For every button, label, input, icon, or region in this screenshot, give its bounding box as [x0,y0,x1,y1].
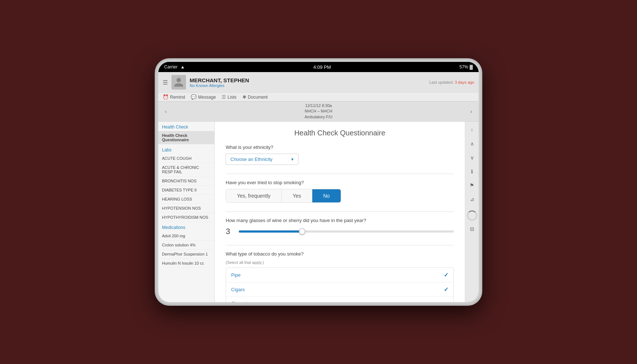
tobacco-cigarettes-label: Cigarettes [231,301,253,302]
tobacco-pipe-check: ✓ [444,272,448,278]
nav-next[interactable]: › [468,108,474,115]
loading-spinner [467,210,477,221]
sidebar-item-diabetes[interactable]: DIABETES TYPE II [158,186,214,195]
nav-row: ‹ 12/11/12 8:30a NHCH – NHCH Ambulatory … [158,102,479,122]
header-actions: ⏰ Remind 💬 Message ☰ Lists ✱ Document [158,92,479,101]
tobacco-cigars-check: ✓ [444,286,448,293]
scroll-down-button[interactable]: ∨ [467,152,478,163]
nav-date: 12/11/12 8:30a [305,103,332,108]
battery-label: 57% [459,64,468,70]
wifi-icon: ▲ [181,64,185,70]
wine-glasses-label: How many glasses of wine or sherry did y… [226,218,454,223]
main-content: Health Check Questionnaire What is your … [215,122,465,302]
divider-2 [226,211,454,212]
lists-label: Lists [228,95,237,100]
sidebar-item-hypotension[interactable]: HYPOTENSION NOS [158,204,214,213]
sidebar-item-acute-cough[interactable]: ACUTE COUGH [158,154,214,163]
clock: 4:09 PM [313,64,331,70]
tobacco-pipe-item[interactable]: Pipe ✓ [226,268,454,282]
sidebar-section-health-check: Health Check [158,122,214,131]
tobacco-label: What type of tobacco do you smoke? [226,251,454,257]
slider-value: 3 [226,227,234,236]
tobacco-cigars-item[interactable]: Cigars ✓ [226,282,454,297]
last-updated: Last updated: 3 days ago [429,80,474,84]
print-button[interactable]: ⊟ [467,223,478,234]
sidebar-item-dermaphor[interactable]: DermaPhor Suspension 1 [158,250,214,259]
question-wine-glasses: How many glasses of wine or sherry did y… [226,218,454,236]
sidebar-item-advil[interactable]: Advil 200 mg [158,232,214,241]
sidebar-section-medications: Medications [158,222,214,232]
carrier-label: Carrier [164,64,178,70]
page-title: Health Check Questionnaire [226,129,454,137]
ethnicity-placeholder: Choose an Ethnicity [230,157,273,162]
tobacco-pipe-label: Pipe [231,272,241,278]
sidebar-item-acute-chronic[interactable]: ACUTE & CHRONIC RESP FAIL [158,163,214,177]
sidebar-item-crolon[interactable]: Crolon solution 4% [158,241,214,250]
document-icon: ✱ [242,94,246,100]
divider-1 [226,174,454,174]
tobacco-cigarettes-item[interactable]: Cigarettes [226,297,454,302]
wine-slider[interactable] [239,230,454,233]
bookmark-button[interactable]: ⊿ [467,194,478,205]
message-label: Message [198,95,216,100]
sidebar-item-bronchitis[interactable]: BRONCHITIS NOS [158,177,214,186]
remind-button[interactable]: ⏰ Remind [163,94,185,100]
patient-name: MERCHANT, STEPHEN [190,77,429,83]
message-icon: 💬 [191,94,197,100]
lists-button[interactable]: ☰ Lists [222,94,237,100]
ethnicity-label: What is your ethnicity? [226,145,454,150]
stop-smoking-toggle-group: Yes, frequently Yes No [226,189,341,203]
nav-prev[interactable]: ‹ [163,108,169,115]
dropdown-arrow-icon: ▾ [291,157,294,162]
document-button[interactable]: ✱ Document [242,94,268,100]
toggle-no[interactable]: No [312,189,341,202]
toggle-yes[interactable]: Yes [282,189,312,202]
nav-facility: NHCH – NHCH [305,108,332,114]
sidebar: Health Check Health Check Questionnaire … [158,122,215,302]
divider-3 [226,245,454,245]
slider-thumb[interactable] [299,228,305,235]
right-toolbar: ↑ ∧ ∨ ℹ ⚑ ⊿ ⊟ [465,122,479,302]
document-label: Document [248,95,268,100]
stop-smoking-label: Have you ever tried to stop smoking? [226,180,454,185]
sidebar-item-hearing-loss[interactable]: HEARING LOSS [158,195,214,204]
tobacco-cigars-label: Cigars [231,287,245,292]
patient-allergy: No Known Allergies [190,83,429,88]
hamburger-icon[interactable]: ☰ [163,79,168,86]
nav-visit: Ambulatory F/U [305,114,332,120]
ethnicity-dropdown[interactable]: Choose an Ethnicity ▾ [226,154,298,165]
sidebar-section-labs: Labs [158,145,214,154]
tobacco-checkbox-list: Pipe ✓ Cigars ✓ Cigarettes [226,268,454,302]
sidebar-item-hc-questionnaire[interactable]: Health Check Questionnaire [158,131,214,145]
remind-icon: ⏰ [163,94,169,100]
upload-button[interactable]: ↑ [467,124,478,135]
status-bar: Carrier ▲ 4:09 PM 57% ▓ [158,62,479,72]
avatar [171,75,186,90]
tobacco-sublabel: (Select all that apply.) [226,260,454,265]
flag-button[interactable]: ⚑ [467,180,478,191]
sidebar-item-humulin[interactable]: Humulin N Insulin 10 cc [158,259,214,268]
info-button[interactable]: ℹ [467,166,478,177]
scroll-up-button[interactable]: ∧ [467,138,478,149]
remind-label: Remind [170,95,185,100]
slider-fill [239,230,303,233]
question-tobacco-type: What type of tobacco do you smoke? (Sele… [226,251,454,302]
toggle-yes-frequently[interactable]: Yes, frequently [226,189,282,202]
lists-icon: ☰ [222,94,226,100]
message-button[interactable]: 💬 Message [191,94,216,100]
battery-icon: ▓ [470,64,473,70]
sidebar-item-hypothyroidism[interactable]: HYPOTHYROIDISM NOS [158,213,214,222]
question-ethnicity: What is your ethnicity? Choose an Ethnic… [226,145,454,165]
question-stop-smoking: Have you ever tried to stop smoking? Yes… [226,180,454,203]
